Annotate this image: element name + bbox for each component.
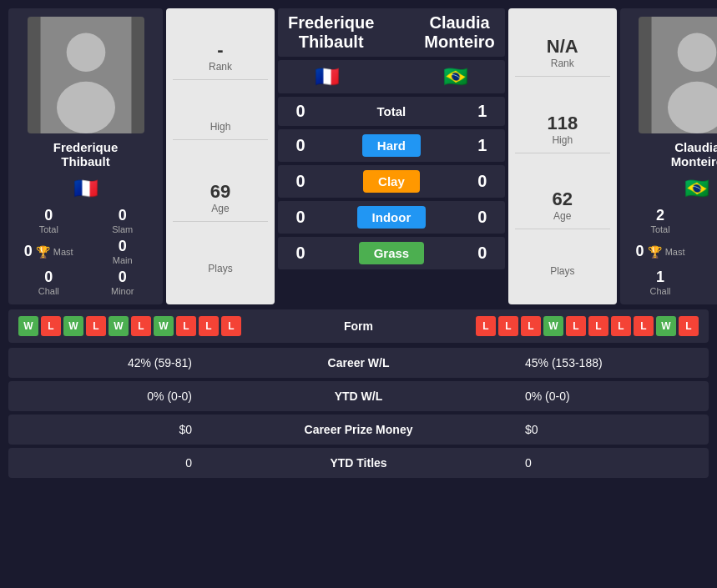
left-slam-label: Slam: [91, 224, 155, 234]
left-chall-value: 0: [17, 269, 81, 286]
form-badge-l: L: [86, 316, 106, 336]
grass-right-score: 0: [470, 244, 495, 263]
form-badge-w: W: [154, 316, 174, 336]
right-chall-value: 1: [629, 269, 693, 286]
right-main-label: Main: [702, 255, 717, 265]
left-player-avatar: [28, 17, 144, 133]
right-minor-value: 0: [702, 269, 717, 286]
right-flag: 🇧🇷: [417, 65, 495, 88]
form-badge-l: L: [588, 316, 608, 336]
prize-right: $0: [525, 423, 692, 436]
right-slam-stat: 0 Slam: [702, 207, 717, 234]
left-total-label: Total: [17, 224, 81, 234]
total-label: Total: [377, 104, 406, 118]
career-wl-label: Career W/L: [192, 356, 525, 369]
right-main-stat: 0 Main: [702, 238, 717, 265]
left-rank-value: -: [173, 39, 268, 61]
form-badge-l: L: [521, 316, 541, 336]
career-wl-left: 42% (59-81): [25, 356, 192, 369]
ytd-wl-row: 0% (0-0) YTD W/L 0% (0-0): [8, 381, 709, 411]
indoor-button[interactable]: Indoor: [357, 206, 427, 229]
right-trophy-icon: 🏆: [648, 245, 662, 259]
prize-row: $0 Career Prize Money $0: [8, 415, 709, 445]
indoor-right-score: 0: [470, 208, 495, 227]
left-main-value: 0: [91, 238, 155, 255]
flags-row: 🇫🇷 🇧🇷: [278, 60, 505, 93]
right-total-stat: 2 Total: [629, 207, 693, 234]
svg-point-2: [57, 82, 115, 133]
ytd-titles-label: YTD Titles: [192, 456, 525, 470]
left-chall-label: Chall: [17, 286, 81, 296]
right-age-label: Age: [515, 210, 610, 222]
left-slam-value: 0: [91, 207, 155, 224]
svg-point-4: [678, 33, 717, 72]
right-player-panel: Claudia Monteiro 🇧🇷 2 Total 0 Slam 0 🏆 M…: [620, 8, 717, 304]
names-header-row: Frederique Thibault Claudia Monteiro: [278, 8, 505, 57]
right-player-avatar: [639, 17, 717, 133]
clay-button[interactable]: Clay: [363, 170, 420, 193]
right-player-stats: 2 Total 0 Slam 0 🏆 Mast 0 Main 1: [629, 207, 717, 296]
ytd-titles-left: 0: [25, 456, 192, 470]
right-mast-label: Mast: [665, 247, 685, 257]
right-high-block: 118 High: [515, 106, 610, 153]
total-row: 0 Total 1: [278, 97, 505, 126]
right-rank-value: N/A: [515, 36, 610, 58]
form-badge-l: L: [611, 316, 631, 336]
left-main-label: Main: [91, 255, 155, 265]
hard-button[interactable]: Hard: [362, 134, 421, 157]
left-form-badges: WLWLWLWLLL: [18, 316, 241, 336]
match-center: Frederique Thibault Claudia Monteiro 🇫🇷 …: [278, 8, 505, 304]
form-badge-w: W: [63, 316, 83, 336]
left-total-value: 0: [17, 207, 81, 224]
left-age-label: Age: [173, 203, 268, 214]
right-mast-value: 0: [636, 243, 644, 260]
form-badge-l: L: [498, 316, 518, 336]
left-rank-block: - Rank: [173, 33, 268, 80]
left-minor-value: 0: [91, 269, 155, 286]
right-minor-stat: 0 Minor: [702, 269, 717, 296]
left-player-flag: 🇫🇷: [73, 177, 98, 200]
form-badge-l: L: [176, 316, 196, 336]
left-age-block: 69 Age: [173, 174, 268, 222]
right-slam-label: Slam: [702, 224, 717, 234]
right-rank-block: N/A Rank: [515, 29, 610, 77]
right-high-label: High: [515, 134, 610, 146]
right-minor-label: Minor: [702, 286, 717, 296]
indoor-left-score: 0: [288, 208, 313, 227]
grass-left-score: 0: [288, 244, 313, 263]
right-name-header: Claudia Monteiro: [424, 13, 494, 52]
left-flag: 🇫🇷: [288, 65, 366, 88]
right-rank-label: Rank: [515, 58, 610, 69]
indoor-row: 0 Indoor 0: [278, 201, 505, 234]
left-trophy-icon: 🏆: [36, 245, 50, 259]
left-main-stat: 0 Main: [91, 238, 155, 265]
ytd-wl-label: YTD W/L: [192, 389, 525, 403]
left-high-label: High: [173, 121, 268, 133]
clay-left-score: 0: [288, 172, 313, 191]
left-rank-label: Rank: [173, 61, 268, 73]
clay-row: 0 Clay 0: [278, 165, 505, 198]
ytd-titles-right: 0: [525, 456, 692, 470]
form-badge-w: W: [109, 316, 129, 336]
left-high-block: High: [173, 114, 268, 140]
career-wl-row: 42% (59-81) Career W/L 45% (153-188): [8, 348, 709, 378]
form-section: WLWLWLWLLL Form LLLWLLLLWL: [8, 309, 709, 343]
main-container: Frederique Thibault 🇫🇷 0 Total 0 Slam 0 …: [0, 0, 717, 490]
form-badge-l: L: [41, 316, 61, 336]
left-mast-label: Mast: [53, 247, 73, 257]
svg-point-1: [66, 33, 105, 72]
left-plays-label: Plays: [173, 263, 268, 274]
top-section: Frederique Thibault 🇫🇷 0 Total 0 Slam 0 …: [8, 8, 709, 304]
hard-left-score: 0: [288, 136, 313, 155]
left-minor-label: Minor: [91, 286, 155, 296]
career-wl-right: 45% (153-188): [525, 356, 692, 369]
left-name-header: Frederique Thibault: [288, 13, 374, 52]
clay-right-score: 0: [470, 172, 495, 191]
grass-button[interactable]: Grass: [359, 242, 425, 264]
form-badge-l: L: [199, 316, 219, 336]
right-main-value: 0: [702, 238, 717, 255]
left-player-stats: 0 Total 0 Slam 0 🏆 Mast 0 Main 0: [17, 207, 154, 296]
form-badge-w: W: [656, 316, 676, 336]
right-player-name: Claudia Monteiro: [671, 140, 717, 168]
left-total-stat: 0 Total: [17, 207, 81, 234]
